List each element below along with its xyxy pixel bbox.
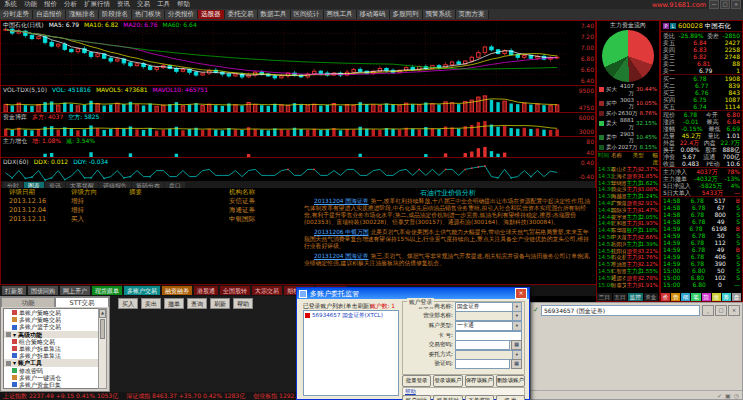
account-list-item[interactable]: 56934657 国金证券(XTCL)	[304, 311, 398, 319]
field-input[interactable]	[455, 331, 522, 341]
quote-tab-盘[interactable]: 盘	[732, 293, 742, 301]
menu-功能[interactable]: 功能	[24, 0, 37, 9]
tree-item-高级功能[interactable]: ▾ 高级功能	[4, 331, 99, 338]
menu-资讯[interactable]: 资讯	[117, 0, 130, 9]
tree-item-多账户一键清仓[interactable]: 多账户一键清仓	[4, 374, 99, 381]
monitor-row[interactable]: 14:56石化机械主力买入1.76%	[597, 254, 659, 261]
ddx-pane[interactable]: DDX(60)DDX: 0.012DDY: -0.034 0.40-0.40	[1, 158, 595, 181]
keypad-icon[interactable]: ▦	[511, 340, 522, 350]
menu-报价[interactable]: 报价	[44, 0, 57, 9]
research-source-link[interactable]: 20131204 国海证券	[314, 198, 369, 204]
monitor-row[interactable]: 14:50中天能源主力买入2.66%	[597, 234, 659, 241]
trade-window-button[interactable]: ×	[728, 305, 740, 316]
action-查询[interactable]: 查询	[187, 298, 207, 309]
monitor-row[interactable]: 14:36茂化实华主力买入3.08%	[597, 186, 659, 193]
rating-row[interactable]: 2013.12.11买入中银国际	[1, 215, 300, 224]
keypad-icon[interactable]: ▦	[511, 359, 522, 369]
price-level-row[interactable]: 买一6.781908	[661, 75, 742, 82]
monitor-row[interactable]: 14:57准油股份主力买入2.12%	[597, 261, 659, 268]
tree-item-账户工具[interactable]: ▾ 账户工具	[4, 359, 99, 366]
quote-tab-势[interactable]: 势	[671, 293, 681, 301]
toolbar-画线工具[interactable]: 画线工具	[324, 10, 357, 19]
monitor-row[interactable]: 14:40广聚能源游资买入2.91%	[597, 200, 659, 207]
quote-tab-筹[interactable]: 筹	[722, 293, 732, 301]
toolbar-预警系统[interactable]: 预警系统	[423, 10, 456, 19]
price-level-row[interactable]: 买二6.77839	[661, 82, 742, 89]
tree-tab-STT交易[interactable]: STT交易	[55, 297, 109, 307]
stock-name[interactable]: 中国石化	[705, 22, 731, 31]
monitor-row[interactable]: 14:48东华能源散户卖出1.18%	[597, 227, 659, 234]
toolbar-热门板块[interactable]: 热门板块	[132, 10, 165, 19]
monitor-row[interactable]: 14:32泰山石油主力买入2.37%	[597, 166, 659, 173]
tree-item-修改密码[interactable]: 修改密码	[4, 367, 99, 374]
dialog-bottom-账户对比[interactable]: 账户对比	[402, 395, 431, 400]
action-买入[interactable]: 买入	[118, 298, 138, 309]
research-source-link[interactable]: 20131204 国海证券	[314, 253, 369, 259]
toolbar-委托交易[interactable]: 委托交易	[225, 10, 258, 19]
dialog-button-删除该账户[interactable]: 删除该账户	[496, 375, 525, 387]
feature-大宗交易[interactable]: 大宗交易	[252, 286, 282, 295]
dialog-bottom-退 出[interactable]: 退 出	[496, 395, 525, 400]
position-pane[interactable]: 主力增仓增: 1.08%减: 3.54% 8040	[1, 137, 595, 158]
price-level-row[interactable]: 卖二6.8188	[661, 60, 742, 67]
dialog-bottom-账单核对[interactable]: 账单核对	[433, 395, 462, 400]
monitor-row[interactable]: 14:59通源石油游资买入2.78%	[597, 275, 659, 282]
monitor-row[interactable]: 14:52岳阳兴长主力卖出1.39%	[597, 241, 659, 248]
feature-打新股[interactable]: 打新股	[2, 286, 26, 295]
monitor-row[interactable]: 14:38海越股份主力卖出1.24%	[597, 193, 659, 200]
help-link[interactable]: 帮助	[405, 388, 416, 394]
toolbar-选股器[interactable]: 选股器	[198, 10, 225, 19]
toolbar-涨幅排名[interactable]: 涨幅排名	[66, 10, 99, 19]
window-button[interactable]: □	[720, 0, 730, 9]
price-level-row[interactable]: 卖三6.822748	[661, 53, 742, 60]
scroll-thumb[interactable]	[100, 319, 105, 339]
promo-url[interactable]: www.91681.com	[652, 1, 706, 9]
monitor-row[interactable]: 15:00恒泰艾普主力买入1.91%	[597, 282, 659, 289]
tree-item-多账户拆单算法[interactable]: 多账户拆单算法	[4, 352, 99, 359]
tree-tab-功能[interactable]: 功能	[1, 297, 55, 307]
scroll-up-icon[interactable]: ▲	[99, 309, 106, 318]
feature-港股通[interactable]: 港股通	[194, 286, 218, 295]
action-撤单[interactable]: 撤单	[164, 298, 184, 309]
price-level-row[interactable]: 卖四6.832258	[661, 46, 742, 53]
menu-帮助[interactable]: 帮助	[177, 0, 190, 9]
action-卖出[interactable]: 卖出	[141, 298, 161, 309]
monitor-row[interactable]: 14:46正和股份主力买入1.93%	[597, 220, 659, 227]
chevron-down-icon[interactable]: ▾	[512, 312, 521, 320]
monitor-row[interactable]: 14:58仁智股份主力卖出1.55%	[597, 268, 659, 275]
monitor-row[interactable]: 14:33上海石化游资买入1.85%	[597, 173, 659, 180]
feature-多账户交易[interactable]: 多账户交易	[124, 286, 160, 295]
toolbar-自选报价[interactable]: 自选报价	[33, 10, 66, 19]
pie-tab-监控[interactable]: 监控	[628, 293, 644, 301]
window-button[interactable]: ×	[731, 0, 741, 9]
trade-window-button[interactable]: _	[702, 305, 714, 316]
tree-item-多账户委托监管[interactable]: 多账户委托监管	[4, 388, 99, 389]
chevron-down-icon[interactable]: ▾	[512, 303, 521, 311]
monitor-row[interactable]: 14:42国际实业主力买入1.47%	[597, 207, 659, 214]
feature-全国股转[interactable]: 全国股转	[220, 286, 250, 295]
tree-item-单账户策略交易[interactable]: 单账户策略交易	[4, 309, 99, 316]
menu-扩展行情[interactable]: 扩展行情	[84, 0, 110, 9]
quote-tab-细[interactable]: 细	[681, 293, 691, 301]
quote-tab-价[interactable]: 价	[661, 293, 671, 301]
tree-item-多账户策略交易[interactable]: 多账户策略交易	[4, 316, 99, 323]
field-select[interactable]: 国金证券▾	[455, 302, 522, 312]
dialog-button-登录该账户[interactable]: 登录该账户	[433, 375, 462, 387]
price-level-row[interactable]: 买五6.741114	[661, 103, 742, 110]
monitor-row[interactable]: 14:44龙宇燃油主力卖出2.05%	[597, 214, 659, 221]
toolbar-阶段排名[interactable]: 阶段排名	[99, 10, 132, 19]
account-combo[interactable]: 56934657 (国金证券)	[541, 305, 700, 316]
research-source-link[interactable]: 20131206 申银万国	[314, 229, 369, 235]
menu-工具[interactable]: 工具	[157, 0, 170, 9]
toolbar-分类报价[interactable]: 分类报价	[165, 10, 198, 19]
tree-item-多账户资金归集[interactable]: 多账户资金归集	[4, 381, 99, 388]
toolbar-移动筹码[interactable]: 移动筹码	[357, 10, 390, 19]
volume-pane[interactable]: VOL-TDX(5,10)VOL: 451816MAVOL5: 473681MA…	[1, 86, 595, 113]
tree-scrollbar[interactable]: ▲	[98, 308, 107, 389]
feature-现货跟单[interactable]: 现货跟单	[92, 286, 122, 295]
chevron-down-icon[interactable]: ▾	[512, 351, 521, 359]
quote-tab-值[interactable]: 值	[712, 293, 722, 301]
quote-tab-指[interactable]: 指	[702, 293, 712, 301]
pie-tab-资金[interactable]: 资金	[644, 293, 660, 301]
dialog-bottom-下单监控[interactable]: 下单监控	[465, 395, 494, 400]
